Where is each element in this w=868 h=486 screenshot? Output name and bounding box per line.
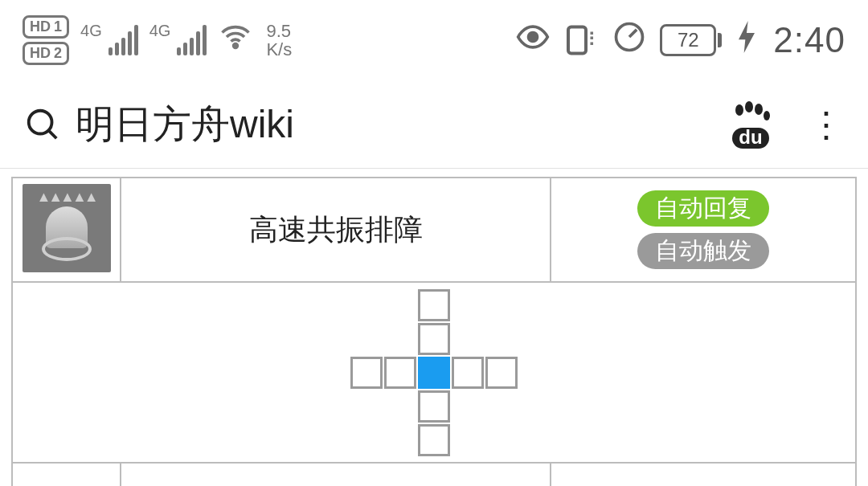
range-cell — [350, 357, 383, 389]
skill-table: 高速共振排障 自动回复 自动触发 — [11, 177, 857, 486]
page-content[interactable]: 高速共振排障 自动回复 自动触发 — [0, 169, 868, 486]
range-cell — [418, 390, 450, 423]
range-cell — [485, 390, 518, 423]
footer-cell-1[interactable] — [12, 463, 121, 486]
skill-name-cell[interactable]: 高速共振排障 — [121, 178, 551, 282]
speed-value: 9.5 — [266, 22, 292, 40]
baidu-label: du — [732, 128, 768, 149]
attack-range-grid — [350, 289, 518, 456]
trigger-tag: 自动触发 — [637, 233, 769, 269]
range-cell — [452, 357, 484, 389]
svg-point-0 — [234, 43, 238, 47]
range-cell — [350, 390, 383, 423]
battery-icon: 72 — [660, 24, 722, 56]
skill-name: 高速共振排障 — [249, 213, 423, 246]
range-cell — [350, 323, 383, 355]
hd-indicators: HD 1 HD 2 — [23, 15, 69, 65]
range-cell — [384, 390, 416, 423]
search-icon[interactable] — [24, 106, 61, 143]
status-bar: HD 1 HD 2 4G 4G 9.5 K/s ⠇ — [0, 0, 868, 80]
footer-cell-3[interactable] — [551, 463, 856, 486]
range-cell — [418, 289, 450, 321]
signal-2-label: 4G — [149, 22, 171, 40]
range-cell — [452, 390, 484, 423]
network-speed: 9.5 K/s — [266, 22, 292, 59]
footer-cell-2[interactable] — [121, 463, 551, 486]
range-cell — [452, 323, 484, 355]
range-cell — [418, 323, 450, 355]
skill-icon-cell[interactable] — [12, 178, 121, 282]
skill-thumbnail — [23, 184, 111, 272]
range-cell — [384, 357, 416, 389]
hd2-badge: HD 2 — [23, 42, 69, 65]
range-cell — [452, 289, 484, 321]
recovery-tag: 自动回复 — [637, 190, 769, 227]
range-cell — [350, 424, 383, 456]
speed-unit: K/s — [266, 40, 292, 59]
svg-rect-2 — [568, 27, 586, 54]
svg-point-4 — [29, 110, 52, 133]
signal-2: 4G — [149, 25, 207, 55]
svg-point-7 — [755, 104, 763, 115]
performance-icon — [612, 19, 647, 62]
menu-icon[interactable]: ⋮ — [809, 104, 844, 145]
svg-point-8 — [764, 111, 770, 120]
clock: 2:40 — [773, 20, 845, 60]
svg-point-1 — [529, 32, 538, 41]
eye-care-icon — [515, 19, 551, 62]
skill-header-row: 高速共振排障 自动回复 自动触发 — [12, 178, 856, 282]
skill-tags-cell[interactable]: 自动回复 自动触发 — [551, 178, 856, 282]
vibrate-icon: ⠇ — [563, 22, 599, 58]
range-cell — [485, 357, 518, 389]
range-cell — [452, 424, 484, 456]
signal-1: 4G — [80, 25, 138, 55]
status-right: ⠇ 72 2:40 — [515, 19, 845, 62]
range-cell — [350, 289, 383, 321]
baidu-icon[interactable]: du — [731, 100, 770, 149]
wifi-icon — [218, 19, 253, 62]
browser-toolbar: 明日方舟wiki du ⋮ — [0, 80, 868, 169]
charging-icon — [738, 21, 755, 59]
skill-range-cell[interactable] — [12, 282, 856, 463]
range-cell — [418, 357, 450, 389]
range-cell — [485, 323, 518, 355]
skill-range-row — [12, 282, 856, 463]
range-cell — [418, 424, 450, 456]
range-cell — [384, 323, 416, 355]
status-left: HD 1 HD 2 4G 4G 9.5 K/s — [23, 15, 292, 65]
skill-footer-row — [12, 463, 856, 486]
search-query[interactable]: 明日方舟wiki — [76, 99, 294, 150]
battery-level: 72 — [678, 29, 699, 51]
range-cell — [384, 289, 416, 321]
range-cell — [485, 424, 518, 456]
signal-bars-icon — [177, 25, 207, 55]
signal-1-label: 4G — [80, 22, 102, 40]
signal-bars-icon — [108, 25, 138, 55]
range-cell — [384, 424, 416, 456]
range-cell — [485, 289, 518, 321]
svg-point-5 — [735, 104, 743, 116]
hd1-badge: HD 1 — [23, 15, 69, 39]
svg-point-6 — [745, 101, 753, 112]
